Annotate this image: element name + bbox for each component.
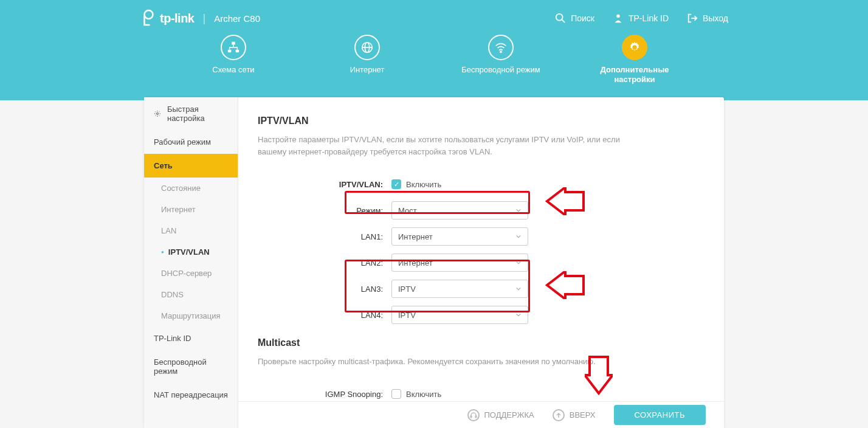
gear-icon [628, 41, 641, 54]
dropdown-lan1[interactable]: Интернет [391, 227, 528, 246]
logout-icon [687, 13, 698, 24]
chevron-down-icon [515, 312, 522, 318]
globe-icon [360, 41, 374, 54]
sidebar-routing[interactable]: Маршрутизация [144, 305, 238, 326]
multicast-title: Multicast [258, 337, 687, 348]
dropdown-lan3-value: IPTV [398, 285, 416, 294]
tplink-id-label: TP-Link ID [629, 13, 669, 23]
sidebar-tplink-id[interactable]: TP-Link ID [144, 326, 238, 350]
tab-wireless-label: Беспроводной режим [461, 65, 540, 75]
tab-network-map-label: Схема сети [212, 65, 254, 75]
sidebar-ddns[interactable]: DDNS [144, 284, 238, 305]
nav-tabs: Схема сети Интернет Беспроводной режим Д… [0, 35, 868, 85]
logo: tp-link [140, 9, 195, 27]
tplink-id-link[interactable]: TP-Link ID [613, 13, 669, 24]
section-desc: Настройте параметры IPTV/VLAN, если вы х… [258, 134, 635, 158]
svg-point-11 [156, 113, 158, 115]
logout-link[interactable]: Выход [687, 13, 728, 24]
svg-rect-4 [232, 42, 235, 45]
label-lan4: LAN4: [258, 311, 391, 320]
label-lan3: LAN3: [258, 285, 391, 294]
dropdown-lan2-value: Интернет [398, 258, 433, 268]
dropdown-lan1-value: Интернет [398, 232, 433, 241]
dropdown-lan3[interactable]: IPTV [391, 280, 528, 298]
dropdown-mode[interactable]: Мост [391, 201, 528, 219]
label-iptv-vlan: IPTV/VLAN: [258, 180, 391, 189]
up-link[interactable]: ВВЕРХ [553, 409, 596, 421]
sidebar-wireless[interactable]: Беспроводной режим [144, 350, 238, 383]
svg-rect-6 [236, 50, 239, 53]
label-lan1: LAN1: [258, 232, 391, 241]
dropdown-lan2[interactable]: Интернет [391, 254, 528, 272]
chevron-down-icon [515, 207, 522, 213]
tab-network-map[interactable]: Схема сети [194, 35, 273, 85]
dropdown-lan4-value: IPTV [398, 311, 416, 320]
sidebar-iptv-vlan[interactable]: IPTV/VLAN [144, 241, 238, 263]
sidebar-quick-setup[interactable]: Быстрая настройка [144, 97, 238, 130]
svg-line-2 [562, 20, 565, 23]
svg-rect-13 [475, 416, 477, 418]
label-igmp: IGMP Snooping: [258, 390, 391, 399]
multicast-desc: Проверьте настройку multicast-трафика. Р… [258, 356, 635, 368]
checkbox-igmp[interactable] [391, 389, 401, 399]
wifi-icon [494, 41, 508, 54]
svg-point-1 [556, 14, 563, 21]
enable-iptv-row: ✓ Включить [391, 179, 441, 189]
save-button[interactable]: СОХРАНИТЬ [614, 405, 706, 425]
chevron-down-icon [515, 286, 522, 292]
footer: ПОДДЕРЖКА ВВЕРХ СОХРАНИТЬ [238, 401, 724, 428]
tab-internet-label: Интернет [350, 65, 385, 75]
checkbox-iptv-enable[interactable]: ✓ [391, 179, 401, 189]
logout-label: Выход [703, 13, 728, 23]
svg-rect-12 [470, 416, 472, 418]
support-link[interactable]: ПОДДЕРЖКА [467, 409, 534, 421]
main-container: Быстрая настройка Рабочий режим Сеть Сос… [144, 97, 724, 428]
svg-rect-5 [228, 50, 232, 53]
tab-wireless[interactable]: Беспроводной режим [461, 35, 540, 85]
header-top: tp-link | Archer C80 Поиск TP-Link ID Вы… [0, 0, 868, 27]
gear-small-icon [154, 109, 161, 118]
chevron-down-icon [515, 260, 522, 266]
header: tp-link | Archer C80 Поиск TP-Link ID Вы… [0, 0, 868, 100]
search-icon [555, 13, 566, 24]
support-label: ПОДДЕРЖКА [484, 410, 534, 419]
section-title: IPTV/VLAN [258, 116, 687, 126]
sidebar: Быстрая настройка Рабочий режим Сеть Сос… [144, 97, 238, 428]
sidebar-lan[interactable]: LAN [144, 220, 238, 241]
search-label: Поиск [571, 13, 594, 23]
tplink-logo-icon [140, 9, 155, 27]
svg-point-0 [145, 10, 153, 19]
svg-point-10 [500, 51, 501, 52]
content: IPTV/VLAN Настройте параметры IPTV/VLAN,… [238, 97, 724, 428]
sidebar-internet[interactable]: Интернет [144, 199, 238, 220]
separator: | [203, 12, 206, 25]
person-icon [613, 13, 624, 24]
network-map-icon [227, 41, 240, 54]
label-lan2: LAN2: [258, 258, 391, 268]
chevron-down-icon [515, 233, 522, 240]
logo-area: tp-link | Archer C80 [140, 9, 260, 27]
dropdown-mode-value: Мост [398, 206, 417, 215]
sidebar-op-mode[interactable]: Рабочий режим [144, 130, 238, 154]
sidebar-quick-setup-label: Быстрая настройка [167, 105, 228, 123]
tab-advanced-label: Дополнительные настройки [595, 65, 674, 85]
igmp-enable-label: Включить [406, 390, 441, 399]
tab-internet[interactable]: Интернет [328, 35, 407, 85]
enable-iptv-label: Включить [406, 180, 441, 189]
up-label: ВВЕРХ [570, 410, 596, 419]
svg-point-3 [616, 15, 619, 18]
headset-icon [467, 409, 480, 421]
sidebar-network[interactable]: Сеть [144, 154, 238, 178]
sidebar-status[interactable]: Состояние [144, 178, 238, 199]
brand-text: tp-link [160, 12, 195, 26]
model-text: Archer C80 [214, 13, 260, 24]
header-links: Поиск TP-Link ID Выход [555, 13, 728, 24]
dropdown-lan4[interactable]: IPTV [391, 306, 528, 324]
search-link[interactable]: Поиск [555, 13, 594, 24]
sidebar-nat[interactable]: NAT переадресация [144, 383, 238, 407]
sidebar-dhcp[interactable]: DHCP-сервер [144, 263, 238, 284]
label-mode: Режим: [258, 206, 391, 215]
arrow-up-icon [553, 409, 565, 421]
igmp-row: Включить [391, 389, 441, 399]
tab-advanced[interactable]: Дополнительные настройки [595, 35, 674, 85]
